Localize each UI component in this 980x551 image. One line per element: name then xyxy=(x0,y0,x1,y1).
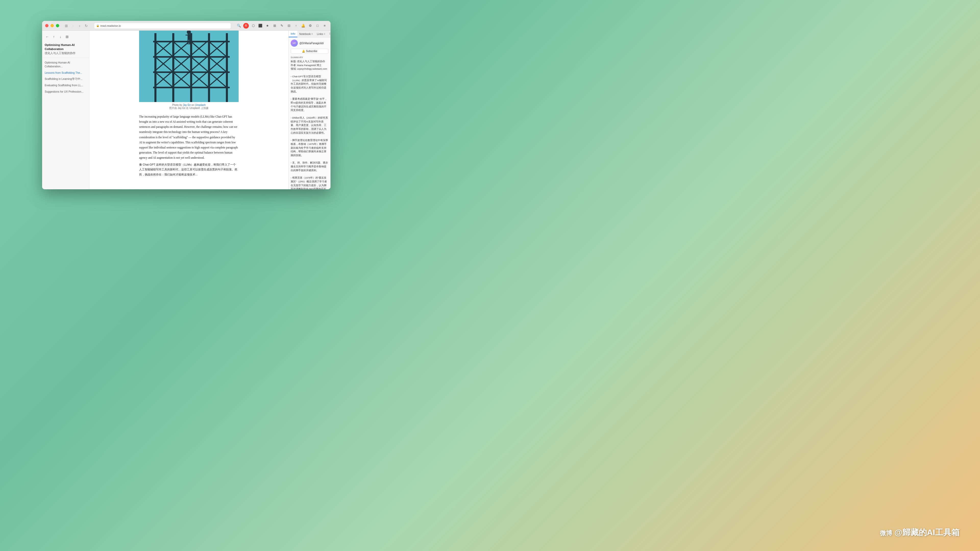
bookmark-icon[interactable]: ★ xyxy=(265,23,270,29)
browser-titlebar: ⊞ ‹ › ↻ 🔒 read.readwise.io 🔍 R ⬡ ⬛ ★ ⊞ ✎… xyxy=(42,21,331,30)
sidebar-item-4[interactable]: Suggestions for UX Profession... xyxy=(42,89,89,95)
article-paragraph-2: 像 Chat-GPT 这样的大型语言模型（LLMs）越来越受欢迎，将我们带入了一… xyxy=(139,162,239,177)
sidebar: ← ↑ ↓ ⊞ Optimising Human-AI Collaboratio… xyxy=(42,30,89,189)
sidebar-item-3[interactable]: Evaluating Scaffolding from LL... xyxy=(42,82,89,89)
pen-icon[interactable]: ✎ xyxy=(279,23,285,29)
svg-rect-9 xyxy=(153,87,230,88)
tab-notebook[interactable]: Notebook 0 xyxy=(298,30,315,37)
svg-rect-37 xyxy=(190,35,192,35)
url-text: read.readwise.io xyxy=(100,24,121,27)
grid-icon[interactable]: ⊞ xyxy=(272,23,277,29)
sidebar-up-button[interactable]: ↑ xyxy=(51,34,56,39)
svg-rect-39 xyxy=(189,40,190,44)
svg-rect-5 xyxy=(226,33,228,102)
author-row: MP @DrMariaPanagiotidi xyxy=(291,40,328,47)
svg-rect-3 xyxy=(190,33,192,102)
caption-platform-link[interactable]: Unsplash xyxy=(195,103,206,106)
summary-section-label: SUMMARY xyxy=(291,56,328,59)
sidebar-item-2[interactable]: Scaffolding in Learning学习中... xyxy=(42,76,89,82)
sidebar-main-title: Optimising Human-AI Collaboration xyxy=(45,43,86,51)
author-name: @DrMariaPanagiotidi xyxy=(299,42,324,44)
maximize-button[interactable] xyxy=(56,24,59,27)
browser-window: ⊞ ‹ › ↻ 🔒 read.readwise.io 🔍 R ⬡ ⬛ ★ ⊞ ✎… xyxy=(42,21,331,189)
caption-author-link[interactable]: Jay Ee xyxy=(183,103,191,106)
bell-icon[interactable]: 🔔 xyxy=(301,23,306,29)
back-button[interactable]: ‹ xyxy=(70,23,76,28)
reload-button[interactable]: ↻ xyxy=(84,23,89,28)
subscribe-button[interactable]: 🔔 Subscribe xyxy=(291,49,328,54)
sidebar-title-group: Optimising Human-AI Collaboration 优化人与人工… xyxy=(42,42,89,58)
forward-button[interactable]: › xyxy=(77,23,82,28)
sidebar-sub-title: 优化人与人工智能的协作 xyxy=(45,52,86,55)
panel-expand-icon[interactable]: ⊡ xyxy=(327,30,331,37)
main-content: Photo by Jay Ee on Unsplash 照片由 Jay Ee 在… xyxy=(89,30,288,189)
article-body: The increasing popularity of large langu… xyxy=(139,111,239,182)
lock-icon: 🔒 xyxy=(96,24,99,27)
article-paragraph-1: The increasing popularity of large langu… xyxy=(139,114,239,160)
author-avatar: MP xyxy=(291,40,298,47)
sidebar-down-button[interactable]: ↓ xyxy=(58,34,63,39)
sidebar-item-1[interactable]: Lessons from Scaffolding The... xyxy=(42,70,89,76)
sidebar-header: ← ↑ ↓ ⊞ xyxy=(42,33,89,40)
settings-icon[interactable]: ⚙ xyxy=(307,23,313,29)
svg-rect-38 xyxy=(188,40,189,44)
svg-rect-35 xyxy=(188,34,190,40)
search-icon[interactable]: 🔍 xyxy=(236,23,242,29)
watermark: 微博 @歸藏的AI工具箱 xyxy=(880,527,959,538)
screenshot-icon[interactable]: ⬛ xyxy=(258,23,263,29)
sidebar-expand-button[interactable]: ⊞ xyxy=(65,34,70,39)
minimize-button[interactable] xyxy=(51,24,54,27)
address-bar[interactable]: 🔒 read.readwise.io xyxy=(94,23,231,29)
browser-nav: ⊞ ‹ › ↻ xyxy=(64,23,89,28)
article-hero-image xyxy=(139,30,239,102)
right-panel: Info Notebook 0 Links 0 ⊡ MP @ xyxy=(288,30,331,189)
close-button[interactable] xyxy=(45,24,48,27)
svg-rect-4 xyxy=(208,33,210,102)
summary-text: 标题: 优化人与人工智能的协作 作者: Maria Panagiotidi 博士… xyxy=(291,60,328,189)
more-icon[interactable]: ≡ xyxy=(322,23,328,29)
right-panel-tabs: Info Notebook 0 Links 0 ⊡ xyxy=(289,30,331,38)
svg-rect-36 xyxy=(186,35,188,35)
subscribe-icon: 🔔 xyxy=(302,50,305,52)
svg-rect-1 xyxy=(154,33,156,102)
sidebar-back-button[interactable]: ← xyxy=(45,34,50,39)
nav2-icon[interactable]: ⊟ xyxy=(286,23,292,29)
window-icon[interactable]: □ xyxy=(315,23,320,29)
share-icon[interactable]: ↑ xyxy=(293,23,299,29)
toolbar-icons: 🔍 R ⬡ ⬛ ★ ⊞ ✎ ⊟ ↑ 🔔 ⚙ □ ≡ xyxy=(236,23,328,29)
image-caption: Photo by Jay Ee on Unsplash 照片由 Jay Ee 在… xyxy=(139,103,239,110)
right-panel-body: MP @DrMariaPanagiotidi 🔔 Subscribe SUMMA… xyxy=(289,38,331,189)
readwise-icon[interactable]: R xyxy=(243,23,249,29)
sidebar-toggle-button[interactable]: ⊞ xyxy=(64,23,69,28)
tab-links[interactable]: Links 0 xyxy=(315,30,327,37)
svg-rect-2 xyxy=(172,33,174,102)
sidebar-item-0[interactable]: Optimising Human-AI Collaboration... xyxy=(42,59,89,69)
extensions-icon[interactable]: ⬡ xyxy=(250,23,256,29)
browser-content: ← ↑ ↓ ⊞ Optimising Human-AI Collaboratio… xyxy=(42,30,331,189)
tab-info[interactable]: Info xyxy=(289,30,298,37)
